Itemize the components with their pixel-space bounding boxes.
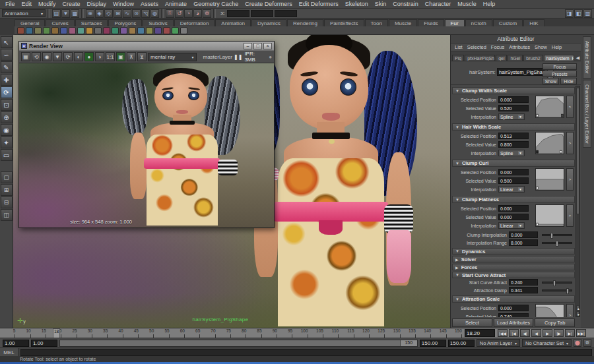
ae-menu-item[interactable]: Focus [491, 44, 504, 50]
ramp-widget[interactable] [535, 132, 564, 154]
snap-icon[interactable]: ◍ [150, 9, 159, 18]
command-input[interactable] [20, 349, 592, 356]
timeline-tick[interactable]: 5 [0, 328, 15, 338]
select-button[interactable]: Select [452, 318, 492, 327]
timeline-tick[interactable]: 150 [447, 328, 462, 338]
timeline-tick[interactable]: 140 [416, 328, 431, 338]
playback-button[interactable]: |◀ [509, 329, 519, 337]
shelf-tab[interactable]: Rendering [287, 19, 323, 26]
shelf-icon[interactable] [120, 27, 127, 34]
history-icon[interactable]: ↺ [175, 9, 183, 18]
animation-start-field[interactable] [3, 340, 29, 347]
shelf-tab[interactable]: Fluids [418, 19, 444, 26]
shelf-tab[interactable]: Surfaces [75, 19, 108, 26]
animation-preferences-icon[interactable]: ⚙ [583, 339, 591, 347]
timeline-tick[interactable]: 55 [154, 328, 169, 338]
playback-button[interactable]: ▶ [543, 329, 552, 337]
ae-tab[interactable]: gel [496, 55, 507, 61]
load-attributes-button[interactable]: Load Attributes [494, 318, 534, 327]
render-view-icon[interactable]: 1:1 [106, 52, 115, 61]
start-curve-attract-field[interactable] [509, 279, 538, 286]
shelf-tab[interactable]: Dynamics [251, 19, 286, 26]
menu-item[interactable]: Assets [137, 1, 162, 7]
playback-button[interactable]: |◀◀ [498, 329, 508, 337]
ipr-region-icon[interactable]: ● [269, 54, 272, 60]
playback-button[interactable]: ◀ [531, 329, 541, 337]
selected-value-field[interactable] [498, 105, 529, 111]
dynamics-section-header[interactable]: ▼Dynamics [452, 248, 575, 255]
status-icon[interactable]: ▼ [61, 9, 70, 18]
selected-value-field[interactable] [498, 214, 529, 220]
timeline-tick[interactable]: 95 [277, 328, 292, 338]
interpolation-dropdown[interactable]: Linear▼ [498, 186, 525, 193]
tool-button[interactable]: ⟳ [1, 86, 13, 98]
render-view-titlebar[interactable]: R Render View – □ × [19, 42, 274, 51]
time-slider[interactable]: 5101520253035404550556065707580859095100… [0, 328, 594, 338]
start-curve-attract-slider[interactable] [542, 282, 572, 284]
shelf-icon[interactable] [77, 27, 84, 34]
ramp-expand-button[interactable]: > [566, 132, 574, 154]
timeline-tick[interactable]: 130 [385, 328, 400, 338]
panel-toggle-icon[interactable]: ◧ [574, 9, 583, 18]
minimize-button[interactable]: – [244, 43, 252, 49]
selected-position-field[interactable] [498, 205, 529, 212]
timeline-tick[interactable]: 100 [292, 328, 308, 338]
timeline-tick[interactable]: 25 [61, 328, 77, 338]
shelf-icon[interactable] [51, 27, 59, 34]
tool-button[interactable]: ⊡ [1, 99, 13, 111]
history-icon[interactable]: ◕ [193, 9, 202, 18]
shelf-icon[interactable] [146, 27, 153, 34]
tool-button[interactable]: ✎ [1, 61, 13, 73]
panel-toggle-icon[interactable]: ▥ [583, 9, 592, 18]
forces-section-header[interactable]: ▶Forces [452, 264, 575, 270]
ramp-expand-button[interactable]: > [566, 304, 574, 317]
ramp-widget[interactable] [535, 204, 564, 227]
interpolation-dropdown[interactable]: Linear▼ [498, 222, 525, 229]
anim-layer-dropdown[interactable]: No Anim Layer▾ [477, 339, 520, 347]
range-slider[interactable]: 150 [59, 340, 418, 347]
render-view-icon[interactable]: ⟳ [63, 52, 73, 61]
ae-menu-item[interactable]: Selected [467, 44, 486, 50]
status-icon[interactable]: ▤ [52, 9, 61, 18]
menu-set-dropdown[interactable]: Animation▾ [2, 9, 46, 17]
tab-scroll-left-icon[interactable]: ◀ [575, 55, 581, 61]
tab-attribute-editor[interactable]: Attribute Editor [583, 36, 591, 78]
playback-button[interactable]: ▶▶| [576, 329, 586, 337]
shelf-icon[interactable] [43, 27, 50, 34]
timeline-tick[interactable]: 65 [185, 328, 200, 338]
playback-end-field[interactable] [420, 340, 446, 347]
shelf-icon[interactable] [163, 27, 170, 34]
snap-icon[interactable]: ⊙ [132, 9, 141, 18]
timeline-tick[interactable]: 120 [354, 328, 370, 338]
interpolation-dropdown[interactable]: Spline▼ [498, 150, 525, 156]
menu-item[interactable]: Constrain [389, 1, 422, 7]
timeline-tick[interactable]: 105 [308, 328, 323, 338]
interpolation-range-field[interactable] [509, 239, 538, 246]
shelf-icon[interactable] [60, 27, 67, 34]
selected-value-field[interactable] [498, 313, 529, 317]
render-view-icon[interactable]: ▼ [53, 52, 62, 61]
rendered-image[interactable]: size: 964 x 548 zoom: 1.000 [19, 63, 274, 228]
shelf-tab[interactable]: General [15, 19, 45, 26]
shelf-tab[interactable]: Animation [215, 19, 251, 26]
selected-position-field[interactable] [498, 96, 529, 103]
animation-end-field[interactable] [448, 340, 475, 347]
shelf-icon[interactable] [17, 27, 24, 34]
tool-button[interactable]: ✦ [1, 136, 13, 148]
render-view-icon[interactable]: ▣ [116, 52, 125, 61]
tool-button[interactable]: ▭ [1, 149, 13, 161]
timeline-tick[interactable]: 125 [370, 328, 385, 338]
shelf-tab[interactable]: Subdivs [143, 19, 173, 26]
timeline-tick[interactable]: 30 [77, 328, 92, 338]
snap-icon[interactable]: ⊞ [114, 9, 122, 18]
hide-button[interactable]: Hide [560, 78, 577, 84]
timeline-tick[interactable]: 40 [108, 328, 123, 338]
menu-item[interactable]: Create [59, 1, 84, 7]
playback-button[interactable]: ◀| [520, 329, 530, 337]
menu-item[interactable]: Character [422, 1, 455, 7]
scroll-up-icon[interactable]: ▲ [576, 305, 579, 311]
ae-menu-item[interactable]: List [455, 44, 463, 50]
menu-item[interactable]: Create Deformers [242, 1, 296, 7]
ae-tab[interactable]: hairSystem_PigShape [544, 55, 574, 61]
interpolation-range-slider[interactable] [542, 242, 572, 244]
